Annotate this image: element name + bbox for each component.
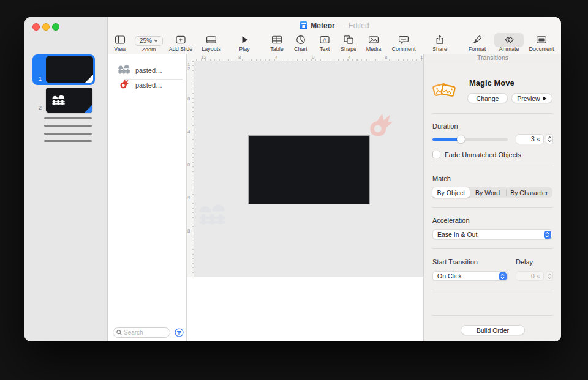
slide-navigator: 1 2	[24, 17, 108, 341]
chevron-up-icon	[548, 274, 552, 276]
acceleration-popup[interactable]: Ease In & Out	[432, 229, 552, 239]
keynote-window: 1 2 Meteor	[24, 17, 561, 341]
search-input[interactable]	[124, 329, 162, 336]
comment-button[interactable]: Comment	[386, 34, 421, 53]
edited-status: Edited	[349, 21, 369, 30]
list-item-label: pasted…	[135, 67, 162, 74]
match-segmented-control: By Object By Word By Character	[432, 187, 552, 198]
duration-slider[interactable]	[432, 138, 508, 141]
layouts-icon	[194, 35, 228, 45]
meteor-ghost-icon	[366, 111, 394, 141]
delay-stepper	[546, 271, 553, 281]
toolbar: View 25% Zoom Add Slide Layouts	[108, 34, 561, 54]
chevron-down-icon	[548, 140, 552, 142]
folded-corner	[85, 75, 93, 83]
layouts-button[interactable]: Layouts	[194, 34, 228, 53]
change-button[interactable]: Change	[467, 93, 508, 103]
ruler-label: 12	[187, 62, 192, 71]
media-button[interactable]: Media	[356, 34, 391, 53]
match-by-character[interactable]: By Character	[506, 187, 552, 198]
inspector-title: Transitions	[424, 54, 561, 62]
slide-canvas: 12 8 4 0 4 8 12 12 8 4 0 4 8	[187, 54, 423, 341]
fade-unmatched-checkbox[interactable]	[432, 151, 440, 158]
preview-play-icon	[543, 96, 547, 101]
ruler-label: 4	[275, 54, 277, 60]
ruler-label: 4	[187, 195, 192, 199]
skipped-slide-row[interactable]	[44, 140, 92, 142]
titlebar: Meteor — Edited	[108, 17, 561, 34]
fade-unmatched-label: Fade Unmatched Objects	[445, 151, 521, 158]
divider	[432, 207, 552, 208]
divider	[432, 291, 552, 291]
ruler-label: 0	[312, 54, 314, 60]
slide-object[interactable]	[249, 136, 369, 204]
keynote-app-icon	[300, 21, 307, 29]
start-transition-label: Start Transition	[432, 258, 478, 266]
filter-icon[interactable]	[175, 328, 184, 337]
document-button[interactable]: Document	[524, 34, 559, 53]
divider	[432, 248, 552, 249]
slide-number: 2	[33, 105, 42, 111]
transitions-inspector: Transitions Magic Move Change Preview	[423, 54, 561, 341]
match-label: Match	[432, 175, 451, 182]
meteor-icon	[117, 78, 132, 92]
delay-label: Delay	[516, 258, 533, 266]
minimize-window-button[interactable]	[42, 23, 50, 31]
folded-corner	[85, 105, 92, 113]
divider	[432, 315, 552, 316]
plus-slide-icon	[164, 35, 198, 45]
chevron-up-icon	[548, 136, 552, 139]
match-by-object[interactable]: By Object	[432, 187, 470, 198]
play-button[interactable]: Play	[227, 34, 262, 53]
animate-diamond-icon	[492, 35, 526, 45]
zoom-value: 25%	[140, 37, 152, 44]
ruler-label: 8	[385, 54, 387, 60]
duration-label: Duration	[432, 122, 458, 130]
magic-move-icon	[432, 80, 456, 104]
slide-thumbnail-1[interactable]	[46, 56, 93, 83]
photo-icon	[356, 35, 391, 45]
sidebar-icon	[103, 35, 137, 45]
skipped-slide-row[interactable]	[44, 117, 92, 119]
preview-button[interactable]: Preview	[511, 93, 552, 103]
slide-number: 1	[33, 76, 42, 82]
objects-list-panel: pasted… pasted…	[108, 54, 187, 341]
acceleration-label: Acceleration	[432, 217, 470, 224]
match-by-word[interactable]: By Word	[470, 187, 506, 198]
title-separator: —	[338, 21, 345, 30]
effect-name: Magic Move	[469, 78, 514, 88]
build-order-button[interactable]: Build Order	[461, 325, 525, 335]
animate-button[interactable]: Animate	[492, 34, 526, 53]
close-window-button[interactable]	[32, 23, 40, 31]
ruler-label: 8	[238, 54, 241, 60]
horizontal-ruler: 12 8 4 0 4 8 12	[187, 54, 423, 61]
share-button[interactable]: Share	[423, 34, 457, 53]
skipped-slide-row[interactable]	[44, 133, 92, 135]
canvas-work-area: 12 8 4 0 4 8 12 12 8 4 0 4 8	[187, 54, 423, 277]
chevron-down-icon	[154, 39, 158, 42]
skipped-slide-row[interactable]	[44, 125, 92, 127]
slide-thumbnail-2[interactable]	[46, 88, 92, 113]
ruler-label: 0	[187, 163, 192, 167]
add-slide-button[interactable]: Add Slide	[164, 34, 198, 53]
play-icon	[227, 35, 262, 45]
format-button[interactable]: Format	[460, 34, 494, 53]
ruler-label: 8	[187, 229, 192, 233]
chevron-down-icon	[548, 277, 552, 279]
popup-chevrons-icon	[499, 272, 507, 280]
start-transition-popup[interactable]: On Click	[432, 271, 508, 281]
zoom-window-button[interactable]	[52, 23, 59, 31]
search-field[interactable]	[113, 327, 170, 338]
svg-text:A: A	[323, 37, 326, 43]
duration-value-field[interactable]: 3 s	[516, 134, 544, 144]
divider	[432, 166, 552, 166]
duration-slider-thumb[interactable]	[457, 135, 465, 143]
duration-stepper[interactable]	[546, 134, 553, 144]
fence-clouds-icon	[51, 94, 66, 108]
comment-bubble-icon	[386, 35, 421, 45]
divider	[432, 113, 552, 114]
list-item-label: pasted…	[135, 81, 162, 89]
list-item[interactable]: pasted…	[108, 76, 187, 94]
ruler-label: 8	[187, 97, 192, 101]
document-title: Meteor	[311, 21, 334, 30]
